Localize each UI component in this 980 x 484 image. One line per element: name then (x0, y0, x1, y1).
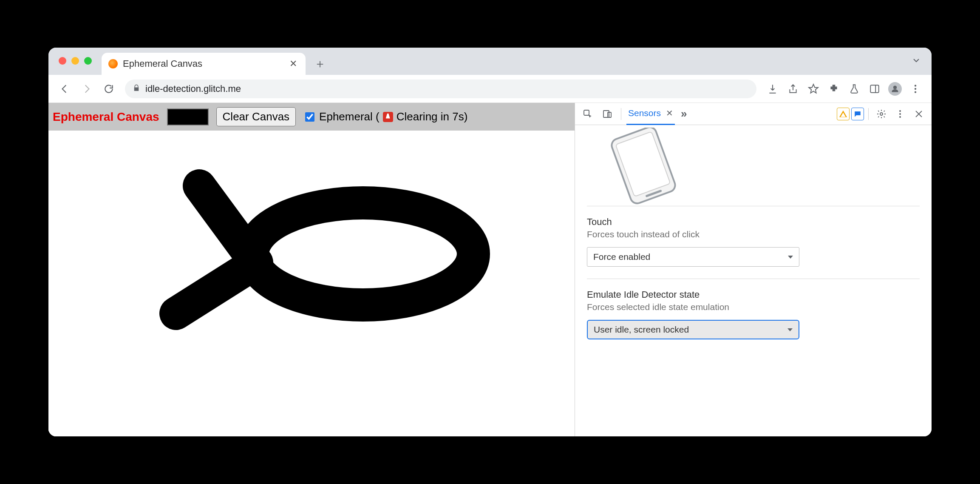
downloads-button[interactable] (763, 80, 782, 98)
svg-rect-6 (603, 111, 609, 117)
warnings-badge[interactable] (837, 108, 850, 120)
tab-strip: Ephemeral Canvas ✕ ＋ (48, 48, 932, 75)
ephemeral-toggle[interactable]: Ephemeral ( Clearing in 7s) (303, 110, 467, 123)
labs-button[interactable] (845, 80, 864, 98)
devtools-tabbar: Sensors ✕ » (575, 103, 932, 125)
siren-icon (383, 112, 393, 122)
extensions-button[interactable] (824, 80, 843, 98)
svg-point-3 (915, 91, 916, 93)
idle-select[interactable]: User idle, screen locked (587, 320, 799, 339)
ephemeral-label-prefix: Ephemeral ( (319, 110, 380, 123)
lock-icon (133, 83, 140, 94)
svg-rect-0 (870, 85, 879, 92)
svg-point-4 (252, 203, 473, 305)
devtools-menu-button[interactable] (892, 105, 909, 122)
messages-badge[interactable] (851, 108, 864, 120)
orientation-preview (587, 125, 920, 206)
web-page: Ephemeral Canvas Clear Canvas Ephemeral … (48, 103, 575, 436)
idle-section: Emulate Idle Detector state Forces selec… (587, 279, 920, 351)
forward-button[interactable] (77, 80, 96, 98)
browser-toolbar: idle-detection.glitch.me (48, 75, 932, 103)
idle-select-value: User idle, screen locked (594, 325, 689, 335)
browser-window: Ephemeral Canvas ✕ ＋ idle-detection.glit… (48, 48, 932, 436)
inspect-element-button[interactable] (579, 105, 596, 122)
devtools-settings-button[interactable] (873, 105, 890, 122)
touch-section: Touch Forces touch instead of click Forc… (587, 206, 920, 279)
avatar-icon (888, 82, 902, 96)
idle-desc: Forces selected idle state emulation (587, 302, 920, 312)
devtools-panel: Sensors ✕ » (575, 103, 932, 436)
window-controls (59, 57, 92, 65)
maximize-window-button[interactable] (84, 57, 92, 65)
close-tab-button[interactable]: ✕ (288, 57, 299, 71)
touch-select-value: Force enabled (593, 252, 650, 262)
close-window-button[interactable] (59, 57, 66, 65)
chevron-down-icon (788, 256, 793, 259)
profile-button[interactable] (886, 80, 904, 98)
back-button[interactable] (55, 80, 74, 98)
bookmark-button[interactable] (804, 80, 823, 98)
content-area: Ephemeral Canvas Clear Canvas Ephemeral … (48, 103, 932, 436)
svg-point-1 (915, 85, 916, 86)
svg-rect-13 (615, 131, 670, 196)
devtools-tab-sensors[interactable]: Sensors ✕ (626, 103, 675, 125)
drawing-canvas[interactable] (48, 131, 575, 436)
tab-title: Ephemeral Canvas (123, 58, 283, 69)
browser-tab[interactable]: Ephemeral Canvas ✕ (102, 53, 306, 75)
touch-title: Touch (587, 216, 920, 228)
sidepanel-button[interactable] (865, 80, 884, 98)
new-tab-button[interactable]: ＋ (312, 55, 329, 72)
svg-point-9 (899, 110, 901, 112)
svg-point-2 (915, 88, 916, 89)
more-tabs-button[interactable]: » (677, 107, 690, 120)
reload-button[interactable] (99, 80, 118, 98)
svg-point-10 (899, 113, 901, 115)
favicon-icon (108, 59, 118, 68)
app-title: Ephemeral Canvas (53, 110, 159, 124)
color-picker[interactable] (167, 108, 209, 125)
devtools-close-button[interactable] (910, 105, 927, 122)
app-toolbar: Ephemeral Canvas Clear Canvas Ephemeral … (48, 103, 575, 131)
minimize-window-button[interactable] (71, 57, 79, 65)
touch-desc: Forces touch instead of click (587, 229, 920, 239)
idle-title: Emulate Idle Detector state (587, 289, 920, 300)
tabs-dropdown-button[interactable] (911, 55, 921, 68)
ephemeral-label-suffix: Clearing in 7s) (397, 110, 468, 123)
address-bar[interactable]: idle-detection.glitch.me (125, 80, 756, 98)
menu-button[interactable] (906, 80, 925, 98)
devtools-body: Touch Forces touch instead of click Forc… (575, 125, 932, 436)
svg-point-11 (899, 116, 901, 118)
clear-canvas-button[interactable]: Clear Canvas (216, 107, 296, 126)
share-button[interactable] (784, 80, 802, 98)
touch-select[interactable]: Force enabled (587, 247, 799, 267)
chevron-down-icon (787, 328, 793, 331)
svg-point-8 (880, 113, 883, 115)
close-panel-button[interactable]: ✕ (666, 108, 673, 118)
devtools-tab-label: Sensors (628, 108, 661, 118)
url-text: idle-detection.glitch.me (145, 83, 241, 94)
svg-rect-7 (608, 112, 611, 117)
ephemeral-checkbox[interactable] (305, 112, 314, 122)
device-toolbar-button[interactable] (599, 105, 616, 122)
